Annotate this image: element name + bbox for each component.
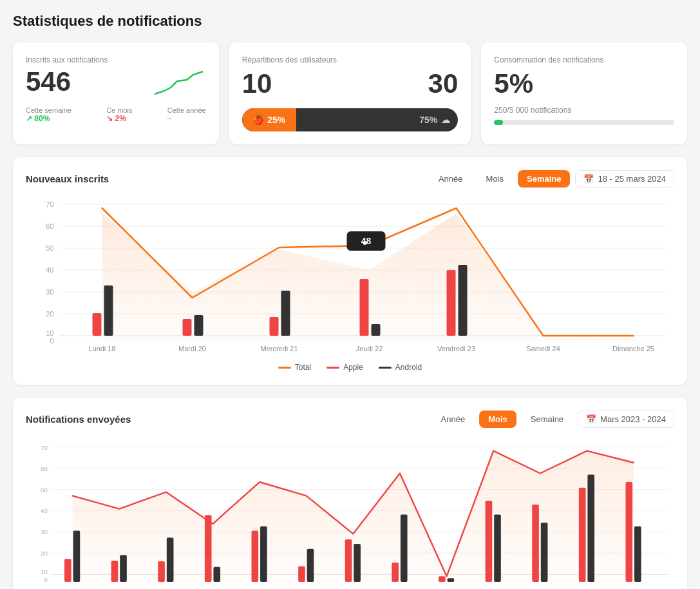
svg-point-29 <box>363 241 367 245</box>
svg-rect-60 <box>392 563 399 582</box>
svg-rect-72 <box>354 544 361 582</box>
filter-annee-inscrits[interactable]: Année <box>430 170 472 188</box>
svg-rect-20 <box>447 270 456 336</box>
cette-annee-value: – <box>167 114 206 123</box>
filter-mois-inscrits[interactable]: Mois <box>477 170 513 188</box>
filter-mois-notif[interactable]: Mois <box>479 410 516 428</box>
svg-rect-75 <box>494 514 501 582</box>
card-repartition: Répartitions des utilisateurs 10 30 🍎 25… <box>229 43 471 144</box>
svg-text:Mardi 20: Mardi 20 <box>178 345 206 352</box>
svg-rect-59 <box>345 539 352 582</box>
chart-inscrits-section: Nouveaux inscrits Année Mois Semaine 📅 1… <box>13 157 687 385</box>
inscrits-label: Inscrits aux notifications <box>26 55 206 64</box>
sparkline-chart <box>155 68 206 97</box>
svg-text:20: 20 <box>46 310 53 318</box>
svg-rect-22 <box>194 315 203 336</box>
svg-rect-53 <box>64 559 71 582</box>
chart-inscrits-controls: Année Mois Semaine 📅 18 - 25 mars 2024 <box>430 170 674 188</box>
svg-text:50: 50 <box>46 244 53 252</box>
legend-apple-label: Apple <box>343 363 363 372</box>
trend-cette-semaine: Cette semaine 80% <box>26 106 71 123</box>
trend-ce-mois: Ce mois 2% <box>106 106 132 123</box>
android-icon: ☁ <box>441 115 450 125</box>
svg-text:0: 0 <box>50 337 53 345</box>
svg-text:Mercredi 21: Mercredi 21 <box>260 345 298 352</box>
svg-rect-77 <box>587 474 594 582</box>
apple-icon: 🍎 <box>252 115 263 125</box>
consommation-label: Consommation des notifications <box>494 55 674 64</box>
svg-text:30: 30 <box>41 528 48 536</box>
cette-semaine-label: Cette semaine <box>26 106 71 114</box>
svg-rect-55 <box>158 561 165 582</box>
filter-annee-notif[interactable]: Année <box>432 410 475 428</box>
svg-rect-58 <box>298 566 305 582</box>
chart-inscrits-header: Nouveaux inscrits Année Mois Semaine 📅 1… <box>26 170 674 188</box>
svg-rect-62 <box>486 501 493 582</box>
card-consommation: Consommation des notifications 5% 250/5 … <box>481 43 687 144</box>
chart-inscrits-title: Nouveaux inscrits <box>26 173 109 184</box>
svg-text:Samedi 24: Samedi 24 <box>526 345 560 352</box>
svg-rect-16 <box>93 313 102 336</box>
repartition-label: Répartitions des utilisateurs <box>242 55 459 64</box>
date-range-text: 18 - 25 mars 2024 <box>598 174 666 184</box>
svg-text:40: 40 <box>41 507 48 514</box>
svg-rect-25 <box>459 265 468 336</box>
android-bar: 75% ☁ <box>296 115 459 125</box>
notifications-chart-svg: 70 60 50 40 30 20 10 0 <box>26 438 674 589</box>
legend-total-label: Total <box>295 363 311 372</box>
svg-rect-69 <box>213 567 220 582</box>
svg-rect-70 <box>260 526 267 582</box>
svg-marker-52 <box>73 451 634 582</box>
svg-rect-76 <box>541 523 548 582</box>
android-pct: 75% <box>419 115 437 125</box>
svg-text:70: 70 <box>46 200 53 208</box>
apple-pct: 25% <box>267 115 285 125</box>
date-range-notif-text: Mars 2023 - 2024 <box>600 414 666 424</box>
svg-rect-74 <box>448 578 455 582</box>
inscrits-trends: Cette semaine 80% Ce mois 2% Cette année… <box>26 106 206 123</box>
filter-semaine-notif[interactable]: Semaine <box>522 410 572 428</box>
chart-notifications-header: Notifications envoyées Année Mois Semain… <box>26 410 674 428</box>
svg-rect-63 <box>532 505 539 582</box>
svg-text:20: 20 <box>41 550 48 557</box>
svg-rect-18 <box>270 317 279 336</box>
svg-rect-21 <box>104 285 113 336</box>
consommation-sub: 250/5 000 notifications <box>494 106 674 115</box>
page-title: Statistiques de notifications <box>13 13 687 30</box>
svg-text:10: 10 <box>41 568 48 575</box>
svg-text:Jeudi 22: Jeudi 22 <box>356 345 383 352</box>
svg-text:60: 60 <box>41 465 48 472</box>
calendar-icon: 📅 <box>583 174 594 184</box>
svg-text:50: 50 <box>41 487 48 494</box>
svg-rect-19 <box>360 279 369 336</box>
repartition-left: 10 <box>242 68 272 99</box>
filter-semaine-inscrits[interactable]: Semaine <box>518 170 570 188</box>
svg-text:40: 40 <box>46 266 53 274</box>
cette-annee-label: Cette année <box>167 106 206 114</box>
svg-text:60: 60 <box>46 222 53 230</box>
chart-inscrits-wrap: 70 60 50 40 30 20 10 0 <box>26 198 674 355</box>
svg-rect-65 <box>625 482 632 582</box>
svg-text:Dimanche 25: Dimanche 25 <box>612 345 654 352</box>
legend-apple: Apple <box>326 363 363 372</box>
svg-text:30: 30 <box>46 288 53 296</box>
svg-rect-17 <box>183 319 192 336</box>
repartition-right: 30 <box>428 68 459 99</box>
svg-rect-54 <box>111 561 118 582</box>
svg-rect-78 <box>634 526 641 582</box>
repartition-numbers: 10 30 <box>242 68 459 99</box>
legend-dot-android <box>379 367 392 369</box>
chart-notifications-controls: Année Mois Semaine 📅 Mars 2023 - 2024 <box>432 410 674 428</box>
svg-rect-56 <box>205 515 212 582</box>
legend-android: Android <box>379 363 422 372</box>
legend-dot-apple <box>326 367 339 369</box>
svg-text:70: 70 <box>41 444 48 451</box>
ce-mois-value: 2% <box>106 114 132 123</box>
consommation-value: 5% <box>494 68 674 99</box>
svg-text:10: 10 <box>46 329 53 337</box>
svg-rect-71 <box>307 549 314 582</box>
top-cards-row: Inscrits aux notifications 546 Cette sem… <box>13 43 687 144</box>
legend-dot-total <box>278 367 291 369</box>
svg-rect-24 <box>372 324 381 336</box>
svg-rect-64 <box>579 488 586 582</box>
